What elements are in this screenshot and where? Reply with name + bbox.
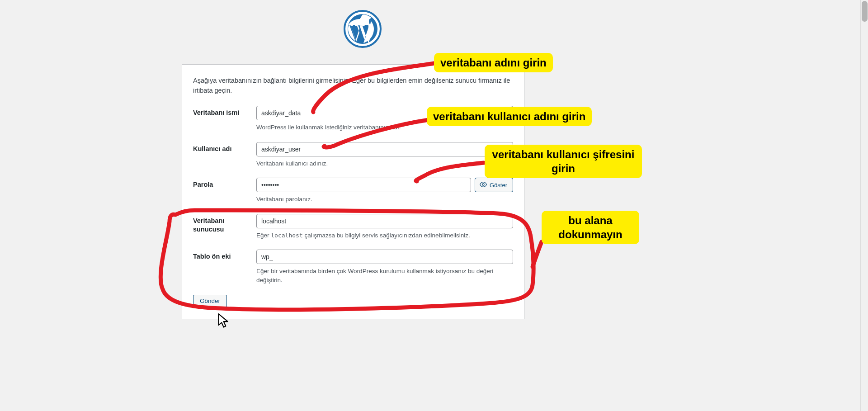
annotation-username: veritabanı kullanıcı adını girin bbox=[427, 107, 592, 126]
desc-prefix: Eğer bir veritabanında birden çok WordPr… bbox=[256, 267, 513, 284]
input-uname[interactable] bbox=[256, 142, 513, 156]
intro-text: Aşağıya veritabanınızın bağlantı bilgile… bbox=[193, 76, 513, 96]
show-password-label: Göster bbox=[490, 182, 507, 189]
mouse-cursor-icon bbox=[217, 313, 233, 329]
submit-button[interactable]: Gönder bbox=[193, 295, 227, 307]
label-uname: Kullanıcı adı bbox=[193, 142, 256, 154]
label-prefix: Tablo ön eki bbox=[193, 250, 256, 261]
annotation-password: veritabanı kullanıcı şifresini girin bbox=[485, 145, 642, 178]
label-password: Parola bbox=[193, 178, 256, 189]
vertical-scrollbar-track[interactable] bbox=[860, 0, 868, 411]
label-dbhost: Veritabanı sunucusu bbox=[193, 214, 256, 234]
eye-icon bbox=[480, 181, 487, 189]
annotation-dont-touch: bu alana dokunmayın bbox=[542, 211, 639, 244]
input-password[interactable] bbox=[256, 178, 471, 192]
show-password-button[interactable]: Göster bbox=[475, 178, 513, 192]
label-dbname: Veritabanı ismi bbox=[193, 106, 256, 118]
desc-password: Veritabanı parolanız. bbox=[256, 195, 513, 204]
db-setup-form: Aşağıya veritabanınızın bağlantı bilgile… bbox=[182, 64, 524, 319]
wordpress-logo bbox=[344, 10, 382, 48]
row-uname: Kullanıcı adı Veritabanı kullanıcı adını… bbox=[193, 142, 513, 168]
desc-uname: Veritabanı kullanıcı adınız. bbox=[256, 159, 513, 168]
desc-dbhost: Eğer localhost çalışmazsa bu bilgiyi ser… bbox=[256, 231, 513, 240]
input-prefix[interactable] bbox=[256, 250, 513, 264]
input-dbhost[interactable] bbox=[256, 214, 513, 228]
row-password: Parola Göster Veritabanı parolanız. bbox=[193, 178, 513, 204]
row-prefix: Tablo ön eki Eğer bir veritabanında bird… bbox=[193, 250, 513, 284]
vertical-scrollbar-thumb[interactable] bbox=[862, 1, 868, 22]
row-dbhost: Veritabanı sunucusu Eğer localhost çalış… bbox=[193, 214, 513, 240]
svg-point-2 bbox=[482, 184, 484, 185]
annotation-dbname: veritabanı adını girin bbox=[434, 53, 553, 72]
